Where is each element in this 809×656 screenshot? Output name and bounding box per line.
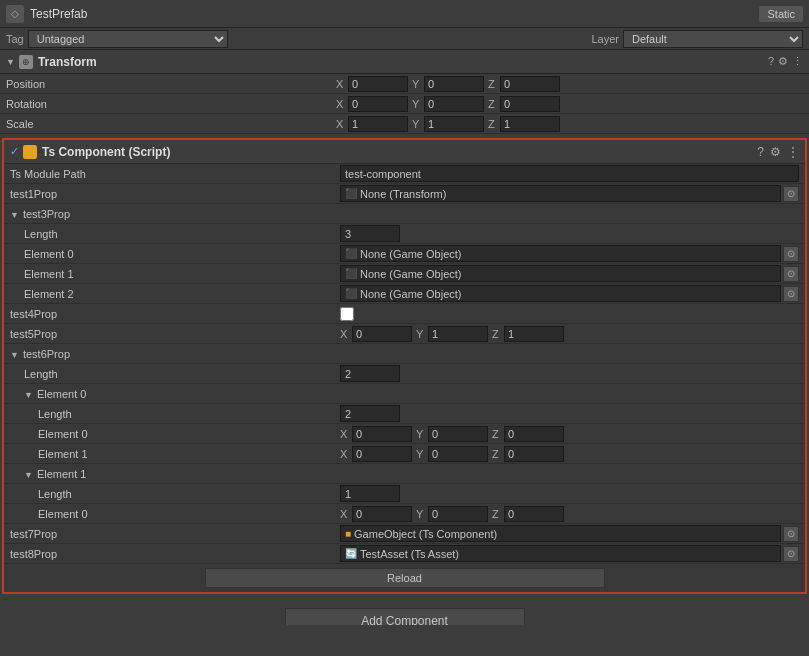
rotation-x-input[interactable] — [348, 96, 408, 112]
transform-menu-icon[interactable]: ⋮ — [792, 55, 803, 68]
test3prop-elem0-row: Element 0 ⬛ None (Game Object) ⊙ — [4, 244, 805, 264]
test3prop-arrow[interactable]: ▼ — [10, 210, 19, 220]
test8prop-field: 🔄 TestAsset (Ts Asset) — [340, 545, 781, 562]
test3prop-elem2-btn[interactable]: ⊙ — [783, 286, 799, 302]
test3prop-elem2-row: Element 2 ⬛ None (Game Object) ⊙ — [4, 284, 805, 304]
rotation-y: Y — [412, 96, 484, 112]
test3prop-elem2-text: None (Game Object) — [360, 288, 461, 300]
test6prop-elem0-length-input[interactable] — [340, 405, 400, 422]
test3prop-elem1-btn[interactable]: ⊙ — [783, 266, 799, 282]
test6prop-elem0-header-label: ▼Element 0 — [10, 388, 340, 400]
test6prop-elem0-arrow[interactable]: ▼ — [24, 390, 33, 400]
rotation-z-input[interactable] — [500, 96, 560, 112]
test6prop-elem1-length-row: Length — [4, 484, 805, 504]
transform-help-icon[interactable]: ? — [768, 55, 774, 68]
add-component-button[interactable]: Add Component — [285, 608, 525, 625]
test3prop-elem0-btn[interactable]: ⊙ — [783, 246, 799, 262]
position-y-input[interactable] — [424, 76, 484, 92]
test6prop-length-value — [340, 365, 799, 382]
ts-module-path-value — [340, 165, 799, 182]
prefab-icon: ◇ — [6, 5, 24, 23]
position-row: Position X Y Z — [0, 74, 809, 94]
component-settings-icon[interactable]: ⚙ — [770, 145, 781, 159]
transform-arrow: ▼ — [6, 57, 15, 67]
test6prop-arrow[interactable]: ▼ — [10, 350, 19, 360]
t6e1e0-y[interactable] — [428, 506, 488, 522]
component-menu-icon[interactable]: ⋮ — [787, 145, 799, 159]
test6prop-elem1-length-label: Length — [10, 488, 340, 500]
t6e1e0-x[interactable] — [352, 506, 412, 522]
rotation-y-input[interactable] — [424, 96, 484, 112]
layer-select[interactable]: Default — [623, 30, 803, 48]
test3prop-elem0-field: ⬛ None (Game Object) — [340, 245, 781, 262]
test5prop-x-input[interactable] — [352, 326, 412, 342]
test8prop-label: test8Prop — [10, 548, 340, 560]
t6e0e0-x[interactable] — [352, 426, 412, 442]
test3prop-elem1-value: ⬛ None (Game Object) ⊙ — [340, 265, 799, 282]
test1prop-btn[interactable]: ⊙ — [783, 186, 799, 202]
position-xyz: X Y Z — [336, 76, 803, 92]
scale-y-input[interactable] — [424, 116, 484, 132]
reload-button[interactable]: Reload — [205, 568, 605, 588]
test6prop-length-row: Length — [4, 364, 805, 384]
ts-module-path-input[interactable] — [340, 165, 799, 182]
top-bar: ◇ TestPrefab Static — [0, 0, 809, 28]
test5prop-y-input[interactable] — [428, 326, 488, 342]
t6e1e0-z[interactable] — [504, 506, 564, 522]
test7prop-row: test7Prop ■ GameObject (Ts Component) ⊙ — [4, 524, 805, 544]
position-z-input[interactable] — [500, 76, 560, 92]
test6prop-elem1-header-row: ▼Element 1 — [4, 464, 805, 484]
transform-section: ▼ ⊕ Transform ? ⚙ ⋮ Position X Y — [0, 50, 809, 134]
test3prop-header-label: ▼test3Prop — [10, 208, 340, 220]
asset-icon: 🔄 — [345, 548, 357, 559]
t6e0e1-x[interactable] — [352, 446, 412, 462]
test6prop-elem1-length-input[interactable] — [340, 485, 400, 502]
test3prop-elem2-value: ⬛ None (Game Object) ⊙ — [340, 285, 799, 302]
scale-x-input[interactable] — [348, 116, 408, 132]
rotation-row: Rotation X Y Z — [0, 94, 809, 114]
test7prop-btn[interactable]: ⊙ — [783, 526, 799, 542]
layer-label: Layer — [591, 33, 619, 45]
test3prop-elem2-field: ⬛ None (Game Object) — [340, 285, 781, 302]
test6prop-elem0-e0-xyz: X Y Z — [340, 426, 564, 442]
t6e0e0-y[interactable] — [428, 426, 488, 442]
static-badge[interactable]: Static — [759, 6, 803, 22]
ts-module-path-label: Ts Module Path — [10, 168, 340, 180]
component-checkbox[interactable]: ✓ — [10, 145, 19, 158]
test6prop-elem0-e1-value: X Y Z — [340, 446, 799, 462]
test3prop-length-label: Length — [10, 228, 340, 240]
test3prop-elem1-label: Element 1 — [10, 268, 340, 280]
test3prop-elem1-field: ⬛ None (Game Object) — [340, 265, 781, 282]
add-component-area: Add Component — [0, 598, 809, 625]
gameobj1-icon: ⬛ — [345, 268, 357, 279]
test4prop-checkbox[interactable] — [340, 307, 354, 321]
transform-settings-icon[interactable]: ⚙ — [778, 55, 788, 68]
tag-select[interactable]: Untagged — [28, 30, 228, 48]
test6prop-header-label: ▼test6Prop — [10, 348, 340, 360]
ts-module-path-row: Ts Module Path — [4, 164, 805, 184]
inspector-scroll[interactable]: ▼ ⊕ Transform ? ⚙ ⋮ Position X Y — [0, 50, 809, 625]
component-help-icon[interactable]: ? — [757, 145, 764, 159]
t6e0e1-y[interactable] — [428, 446, 488, 462]
test5prop-z-input[interactable] — [504, 326, 564, 342]
test6prop-elem1-e0-row: Element 0 X Y Z — [4, 504, 805, 524]
test6prop-elem1-e0-label: Element 0 — [10, 508, 340, 520]
t6e0e0-z[interactable] — [504, 426, 564, 442]
position-x-input[interactable] — [348, 76, 408, 92]
test6prop-length-input[interactable] — [340, 365, 400, 382]
scale-z-input[interactable] — [500, 116, 560, 132]
t6e0e1-z[interactable] — [504, 446, 564, 462]
test3prop-header-row: ▼test3Prop — [4, 204, 805, 224]
test3prop-length-row: Length — [4, 224, 805, 244]
test3prop-length-input[interactable] — [340, 225, 400, 242]
test5prop-x: X — [340, 326, 412, 342]
test5prop-z: Z — [492, 326, 564, 342]
test8prop-btn[interactable]: ⊙ — [783, 546, 799, 562]
scale-row: Scale X Y Z — [0, 114, 809, 134]
ts-component-section: ✓ Ts Component (Script) ? ⚙ ⋮ Ts Module … — [2, 138, 807, 594]
test6prop-header-row: ▼test6Prop — [4, 344, 805, 364]
test6prop-elem1-arrow[interactable]: ▼ — [24, 470, 33, 480]
prefab-title: TestPrefab — [30, 7, 759, 21]
test1prop-value: ⬛ None (Transform) ⊙ — [340, 185, 799, 202]
position-x: X — [336, 76, 408, 92]
